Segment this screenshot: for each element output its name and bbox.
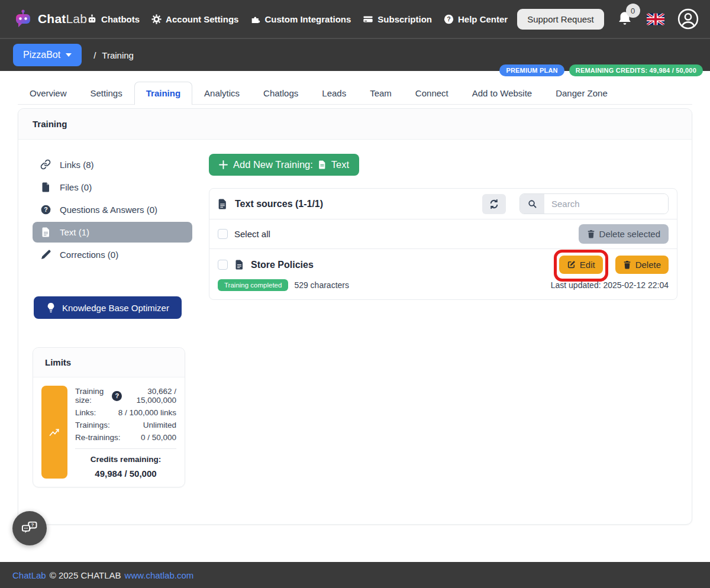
training-status-badge: Training completed	[218, 279, 288, 291]
training-sidebar: Links (8) Files (0) ? Questions & Answer…	[33, 154, 192, 510]
card-body: Links (8) Files (0) ? Questions & Answer…	[18, 140, 692, 524]
select-all-checkbox[interactable]	[218, 229, 228, 239]
nav-item-help-center[interactable]: ? Help Center	[444, 14, 508, 24]
nav-label: Custom Integrations	[264, 14, 351, 24]
footer-site-link[interactable]: www.chatlab.com	[125, 570, 194, 580]
help-icon[interactable]: ?	[112, 391, 122, 401]
sidebar-item-questions-answers[interactable]: ? Questions & Answers (0)	[33, 199, 192, 220]
tab-connect[interactable]: Connect	[404, 82, 460, 104]
nav-label: Chatbots	[101, 14, 140, 24]
tab-overview[interactable]: Overview	[18, 82, 79, 104]
tab-training[interactable]: Training	[134, 82, 192, 105]
chevron-down-icon	[66, 53, 72, 57]
sidebar-item-corrections[interactable]: Corrections (0)	[33, 244, 192, 265]
row-checkbox[interactable]	[218, 260, 228, 270]
limits-body: Training size: ? 30,662 / 15,000,000 Lin…	[33, 377, 185, 487]
add-new-training-button[interactable]: Add New Training: Text	[209, 154, 359, 176]
notifications-bell-icon[interactable]: 0	[617, 11, 632, 27]
user-avatar-icon[interactable]	[677, 8, 699, 30]
select-all-label: Select all	[234, 229, 270, 239]
premium-plan-badge: PREMIUM PLAN	[499, 64, 564, 76]
sidebar-item-text[interactable]: Text (1)	[33, 222, 192, 243]
trash-icon	[623, 260, 631, 269]
brand-logo[interactable]: ChatLab	[13, 9, 87, 29]
tab-team[interactable]: Team	[358, 82, 404, 104]
tab-chatlogs[interactable]: Chatlogs	[251, 82, 310, 104]
edit-button[interactable]: Edit	[559, 256, 603, 274]
tab-leads[interactable]: Leads	[310, 82, 358, 104]
language-flag-uk-icon[interactable]	[647, 13, 664, 25]
credits-remaining-label: Credits remaining:	[75, 455, 176, 464]
nav-item-custom-integrations[interactable]: Custom Integrations	[250, 14, 351, 24]
sidebar-item-links[interactable]: Links (8)	[33, 154, 192, 175]
sources-main-area: Add New Training: Text Text sources (1-1…	[209, 154, 677, 510]
support-request-button[interactable]: Support Request	[517, 9, 604, 30]
file-text-icon	[218, 199, 227, 209]
bot-selector-dropdown[interactable]: PizzaBot	[13, 44, 82, 66]
question-circle-icon: ?	[40, 205, 51, 215]
puzzle-icon	[250, 14, 260, 24]
chat-bubbles-icon: ?	[21, 520, 38, 537]
sidebar-item-files[interactable]: Files (0)	[33, 177, 192, 198]
chatlab-robot-logo-icon	[13, 9, 33, 29]
nav-label: Account Settings	[166, 14, 238, 24]
nav-item-subscription[interactable]: Subscription	[363, 14, 432, 24]
search-input[interactable]	[544, 194, 668, 214]
search-icon	[520, 194, 544, 214]
limits-title: Limits	[33, 348, 185, 377]
file-text-icon	[40, 227, 51, 237]
page: ChatLab Chatbots	[0, 0, 710, 588]
help-chat-fab-button[interactable]: ?	[12, 511, 47, 545]
limit-row-trainings: Trainings: Unlimited	[75, 421, 176, 429]
svg-text:?: ?	[44, 206, 47, 213]
select-all-row: Select all Delete selected	[209, 219, 677, 249]
limit-row-retrainings: Re-trainings: 0 / 50,000	[75, 433, 176, 442]
search-group	[519, 193, 669, 214]
credit-card-icon	[363, 14, 373, 24]
breadcrumb-current: Training	[102, 50, 134, 60]
limits-stats: Training size: ? 30,662 / 15,000,000 Lin…	[75, 386, 176, 479]
limit-value: 8 / 100,000 links	[118, 408, 176, 417]
credits-remaining-value: 49,984 / 50,000	[75, 469, 176, 479]
trash-icon	[587, 230, 595, 238]
tab-analytics[interactable]: Analytics	[192, 82, 251, 104]
limit-value: Unlimited	[143, 421, 176, 429]
sidebar-item-label: Files (0)	[60, 182, 92, 192]
divider	[75, 448, 176, 449]
limit-label: Trainings:	[75, 421, 110, 429]
add-button-type-label: Text	[331, 159, 349, 170]
svg-text:?: ?	[31, 522, 34, 528]
tab-add-to-website[interactable]: Add to Website	[460, 82, 544, 104]
limit-label: Training size:	[75, 387, 109, 405]
top-navigation: Chatbots Account Settings	[87, 14, 508, 24]
tab-danger-zone[interactable]: Danger Zone	[544, 82, 619, 104]
sidebar-item-label: Questions & Answers (0)	[60, 205, 157, 215]
limit-value: 0 / 50,000	[141, 433, 176, 442]
source-row-store-policies: Store Policies Edit	[209, 249, 677, 299]
chart-trend-icon	[49, 427, 60, 438]
breadcrumb: / Training	[93, 50, 134, 60]
breadcrumb-separator: /	[93, 50, 96, 60]
nav-item-chatbots[interactable]: Chatbots	[87, 14, 140, 24]
nav-item-account-settings[interactable]: Account Settings	[151, 14, 238, 24]
delete-button[interactable]: Delete	[615, 256, 669, 274]
limit-row-training-size: Training size: ? 30,662 / 15,000,000	[75, 387, 176, 405]
sidebar-item-label: Links (8)	[60, 160, 94, 170]
file-text-icon	[235, 260, 244, 270]
footer-brand-link[interactable]: ChatLab	[12, 570, 46, 580]
limit-row-links: Links: 8 / 100,000 links	[75, 408, 176, 417]
page-footer: ChatLab © 2025 CHATLAB www.chatlab.com	[0, 562, 710, 588]
remaining-credits-badge: REMAINING CREDITS: 49,984 / 50,000	[569, 64, 703, 76]
svg-text:?: ?	[447, 15, 450, 22]
usage-stats-block	[41, 386, 67, 479]
plus-icon	[219, 160, 228, 169]
knowledge-base-optimizer-button[interactable]: Knowledge Base Optimizer	[34, 296, 182, 319]
delete-button-label: Delete	[635, 260, 661, 270]
sidebar-item-label: Text (1)	[60, 227, 89, 237]
limit-label: Re-trainings:	[75, 433, 121, 442]
delete-selected-button[interactable]: Delete selected	[579, 224, 669, 244]
source-title: Store Policies	[251, 260, 314, 270]
refresh-button[interactable]	[482, 194, 506, 214]
page-tabs: Overview Settings Training Analytics Cha…	[18, 82, 692, 105]
tab-settings[interactable]: Settings	[79, 82, 134, 104]
